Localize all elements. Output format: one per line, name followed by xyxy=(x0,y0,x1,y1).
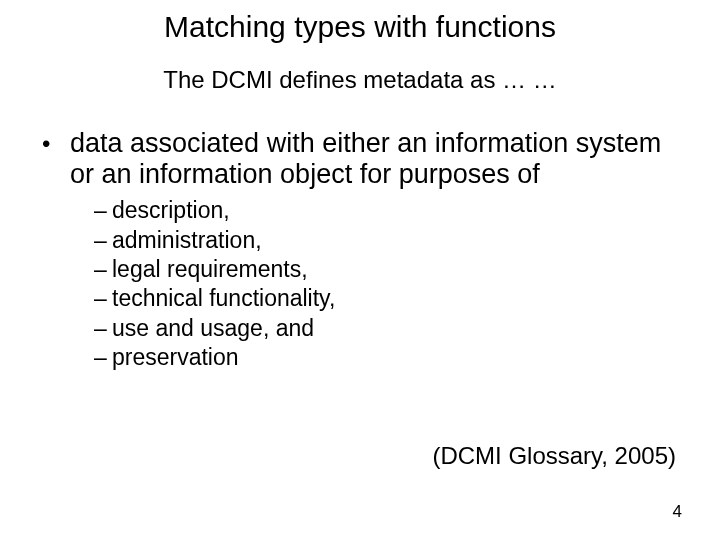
bullet-level2-text: administration, xyxy=(112,226,262,255)
bullet-level2-text: legal requirements, xyxy=(112,255,308,284)
bullet-dash-icon: – xyxy=(94,343,112,372)
bullet-level2: – administration, xyxy=(94,226,678,255)
bullet-level2: – use and usage, and xyxy=(94,314,678,343)
slide: Matching types with functions The DCMI d… xyxy=(0,0,720,540)
bullet-dash-icon: – xyxy=(94,196,112,225)
bullet-level2-text: technical functionality, xyxy=(112,284,335,313)
slide-title: Matching types with functions xyxy=(0,10,720,44)
bullet-level2-text: use and usage, and xyxy=(112,314,314,343)
bullet-dash-icon: – xyxy=(94,255,112,284)
bullet-dash-icon: – xyxy=(94,314,112,343)
bullet-level1-text: data associated with either an informati… xyxy=(70,128,678,190)
bullet-level2-text: preservation xyxy=(112,343,239,372)
bullet-level2: – legal requirements, xyxy=(94,255,678,284)
bullet-level1: • data associated with either an informa… xyxy=(42,128,678,190)
bullet-level2: – preservation xyxy=(94,343,678,372)
sub-bullet-list: – description, – administration, – legal… xyxy=(94,196,678,373)
bullet-level2: – technical functionality, xyxy=(94,284,678,313)
slide-subtitle: The DCMI defines metadata as … … xyxy=(0,66,720,94)
page-number: 4 xyxy=(673,502,682,522)
citation-text: (DCMI Glossary, 2005) xyxy=(432,442,676,470)
bullet-dash-icon: – xyxy=(94,226,112,255)
bullet-level2: – description, xyxy=(94,196,678,225)
bullet-level2-text: description, xyxy=(112,196,230,225)
slide-body: • data associated with either an informa… xyxy=(42,128,678,373)
bullet-dot-icon: • xyxy=(42,128,70,159)
bullet-dash-icon: – xyxy=(94,284,112,313)
